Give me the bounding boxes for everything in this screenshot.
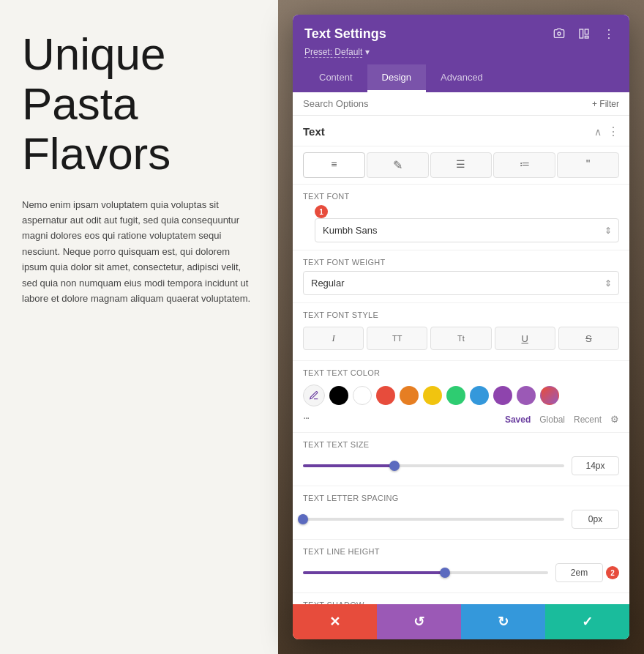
color-swatch-gradient[interactable] — [540, 386, 559, 405]
letter-spacing-input[interactable]: 0px — [572, 510, 619, 529]
font-select-wrapper: 1 Kumbh Sans ⇕ — [303, 205, 619, 242]
style-tab-blockquote[interactable]: " — [557, 152, 619, 178]
color-swatch-black[interactable] — [329, 386, 348, 405]
letter-spacing-field: Text Letter Spacing 0px — [293, 486, 629, 540]
line-height-label: Text Line Height — [303, 547, 619, 556]
color-swatch-purple-dark[interactable] — [493, 386, 512, 405]
text-size-thumb[interactable] — [389, 461, 400, 471]
section-controls: ∧ ⋮ — [594, 125, 619, 138]
text-section: Text ∧ ⋮ ≡ ✎ ☰ ≔ " Text Font 1 — [293, 116, 629, 604]
letter-spacing-track[interactable] — [303, 518, 564, 521]
cancel-button[interactable]: ✕ — [293, 604, 377, 639]
section-title: Text — [303, 125, 325, 138]
font-style-capitalize[interactable]: Tt — [430, 327, 491, 350]
font-style-uppercase[interactable]: TT — [367, 327, 427, 350]
letter-spacing-thumb[interactable] — [298, 514, 308, 524]
text-size-field: Text Text Size 14px — [293, 433, 629, 486]
text-size-input[interactable]: 14px — [572, 456, 619, 475]
color-settings-gear-icon[interactable]: ⚙ — [610, 414, 619, 425]
text-font-style-label: Text Font Style — [303, 311, 619, 319]
redo-button[interactable]: ↻ — [461, 604, 545, 639]
panel-header-icons: ⋮ — [550, 25, 618, 42]
layout-icon[interactable] — [575, 25, 593, 42]
panel-preset[interactable]: Preset: Default ▾ — [304, 47, 618, 57]
panel-tabs: Content Design Advanced — [304, 64, 618, 92]
line-height-fill — [303, 571, 445, 574]
text-color-field: Text Text Color — [293, 361, 629, 433]
tab-design[interactable]: Design — [367, 64, 426, 92]
color-tab-saved[interactable]: Saved — [505, 415, 531, 425]
line-height-field: Text Line Height 2em 2 — [293, 540, 629, 593]
more-options-icon[interactable]: ⋮ — [600, 25, 618, 42]
color-swatches-row — [303, 382, 619, 408]
font-badge-1: 1 — [315, 205, 328, 218]
text-font-weight-field: Text Font Weight Regular ⇕ — [293, 250, 629, 303]
line-height-slider-row: 2em 2 — [303, 560, 619, 585]
color-tabs: Saved Global Recent ⚙ — [505, 414, 619, 425]
camera-icon[interactable] — [550, 25, 568, 42]
line-height-value-wrapper: 2em 2 — [555, 563, 619, 582]
section-menu-icon[interactable]: ⋮ — [607, 125, 619, 138]
line-height-input[interactable]: 2em — [555, 563, 603, 582]
tab-content[interactable]: Content — [304, 64, 367, 92]
text-font-weight-label: Text Font Weight — [303, 258, 619, 267]
style-tab-list-ordered[interactable]: ≔ — [493, 152, 555, 178]
text-settings-panel: Text Settings ⋮ Preset: Default ▾ — [293, 15, 629, 639]
section-collapse-icon[interactable]: ∧ — [594, 126, 602, 138]
text-size-track[interactable] — [303, 464, 564, 467]
style-tabs-row: ≡ ✎ ☰ ≔ " — [293, 146, 629, 185]
font-style-strikethrough[interactable]: S — [558, 327, 619, 350]
svg-rect-1 — [580, 29, 583, 38]
svg-rect-3 — [585, 36, 588, 38]
color-more-button[interactable]: ··· — [303, 412, 308, 425]
color-swatch-yellow[interactable] — [423, 386, 442, 405]
color-swatch-purple[interactable] — [517, 386, 536, 405]
search-bar: + Filter — [293, 92, 629, 116]
svg-rect-2 — [585, 29, 588, 34]
color-swatch-white[interactable] — [353, 386, 372, 405]
page-heading: Unique Pasta Flavors — [22, 29, 256, 179]
text-shadow-field: Text Shadow aA aA — [293, 593, 629, 604]
color-tab-recent[interactable]: Recent — [574, 415, 602, 425]
search-input[interactable] — [303, 98, 592, 109]
color-tab-global[interactable]: Global — [539, 415, 565, 425]
text-color-label: Text Text Color — [303, 368, 619, 377]
panel-title: Text Settings — [304, 26, 386, 42]
filter-button[interactable]: + Filter — [592, 99, 619, 109]
panel-header-top: Text Settings ⋮ — [304, 25, 618, 42]
color-more-row: ··· Saved Global Recent ⚙ — [303, 411, 619, 425]
style-tab-align-left[interactable]: ≡ — [303, 152, 365, 178]
font-style-buttons: I TT Tt U S — [303, 324, 619, 353]
panel-body: + Filter Text ∧ ⋮ ≡ ✎ ☰ ≔ " Text — [293, 92, 629, 604]
font-weight-select-wrapper: Regular ⇕ — [303, 271, 619, 295]
svg-point-0 — [558, 32, 561, 35]
color-swatch-green[interactable] — [446, 386, 465, 405]
line-height-thumb[interactable] — [440, 568, 450, 578]
text-size-label: Text Text Size — [303, 440, 619, 449]
page-body-text: Nemo enim ipsam voluptatem quia voluptas… — [22, 197, 256, 307]
color-picker-icon[interactable] — [303, 384, 325, 406]
color-swatch-red[interactable] — [376, 386, 395, 405]
text-font-style-field: Text Font Style I TT Tt U S — [293, 303, 629, 361]
page-content-area: Unique Pasta Flavors Nemo enim ipsam vol… — [0, 0, 278, 654]
letter-spacing-label: Text Letter Spacing — [303, 494, 619, 502]
font-style-underline[interactable]: U — [495, 327, 555, 350]
text-font-label: Text Font — [303, 192, 619, 201]
tab-advanced[interactable]: Advanced — [426, 64, 498, 92]
text-font-select[interactable]: Kumbh Sans — [315, 218, 619, 242]
text-font-weight-select[interactable]: Regular — [303, 271, 619, 295]
font-style-italic[interactable]: I — [303, 327, 364, 350]
line-height-badge-2: 2 — [606, 566, 619, 579]
style-tab-edit[interactable]: ✎ — [367, 152, 429, 178]
reset-button[interactable]: ↺ — [377, 604, 461, 639]
panel-header: Text Settings ⋮ Preset: Default ▾ — [293, 15, 629, 92]
save-button[interactable]: ✓ — [545, 604, 629, 639]
line-height-track[interactable] — [303, 571, 548, 574]
color-swatch-blue[interactable] — [470, 386, 489, 405]
color-swatch-orange[interactable] — [400, 386, 419, 405]
section-header: Text ∧ ⋮ — [293, 116, 629, 146]
text-size-slider-row: 14px — [303, 453, 619, 478]
letter-spacing-slider-row: 0px — [303, 507, 619, 532]
text-size-fill — [303, 464, 394, 467]
style-tab-list-unordered[interactable]: ☰ — [430, 152, 493, 178]
